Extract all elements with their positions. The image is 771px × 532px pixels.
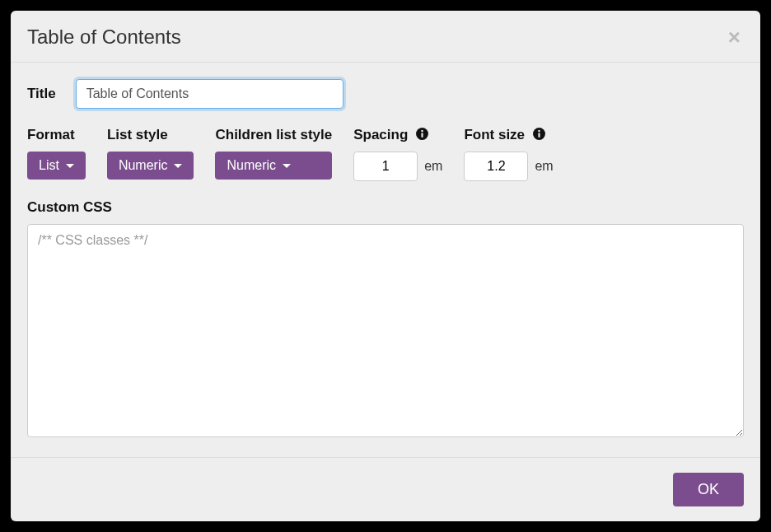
format-label: Format xyxy=(27,127,86,143)
spacing-input[interactable] xyxy=(353,152,418,181)
spacing-unit: em xyxy=(424,159,442,174)
close-button[interactable]: × xyxy=(725,26,744,48)
list-style-selected: Numeric xyxy=(119,158,168,173)
children-list-style-selected: Numeric xyxy=(227,158,276,173)
dialog-title: Table of Contents xyxy=(27,26,181,49)
caret-down-icon xyxy=(66,164,74,168)
list-style-label: List style xyxy=(107,127,194,143)
svg-point-2 xyxy=(421,130,423,133)
info-icon xyxy=(532,127,546,141)
list-style-dropdown[interactable]: Numeric xyxy=(107,152,194,180)
font-size-label: Font size xyxy=(464,127,553,143)
svg-rect-4 xyxy=(538,133,540,137)
font-size-unit: em xyxy=(535,159,553,174)
custom-css-textarea[interactable] xyxy=(27,224,744,437)
children-list-style-group: Children list style Numeric xyxy=(215,127,332,180)
ok-button[interactable]: OK xyxy=(673,473,744,506)
controls-row: Format List List style Numeric Children … xyxy=(27,127,744,181)
title-row: Title xyxy=(27,79,744,109)
title-label: Title xyxy=(27,86,56,102)
toc-dialog: Table of Contents × Title Format List Li… xyxy=(11,11,760,521)
custom-css-label: Custom CSS xyxy=(27,199,744,216)
caret-down-icon xyxy=(174,164,182,168)
format-dropdown[interactable]: List xyxy=(27,152,86,180)
children-list-style-label: Children list style xyxy=(215,127,332,143)
spacing-group: Spacing em xyxy=(353,127,442,181)
dialog-body: Title Format List List style Numeric Chi… xyxy=(11,63,760,457)
svg-rect-1 xyxy=(421,133,423,137)
svg-point-5 xyxy=(538,130,540,133)
font-size-input[interactable] xyxy=(464,152,528,181)
dialog-header: Table of Contents × xyxy=(11,11,760,63)
list-style-group: List style Numeric xyxy=(107,127,194,180)
font-size-group: Font size em xyxy=(464,127,553,181)
format-group: Format List xyxy=(27,127,86,180)
children-list-style-dropdown[interactable]: Numeric xyxy=(215,152,332,180)
caret-down-icon xyxy=(283,164,291,168)
custom-css-group: Custom CSS xyxy=(27,199,744,437)
dialog-footer: OK xyxy=(11,457,760,521)
info-icon xyxy=(415,127,429,141)
format-selected: List xyxy=(39,158,59,173)
title-input[interactable] xyxy=(76,79,343,109)
spacing-label: Spacing xyxy=(353,127,442,143)
